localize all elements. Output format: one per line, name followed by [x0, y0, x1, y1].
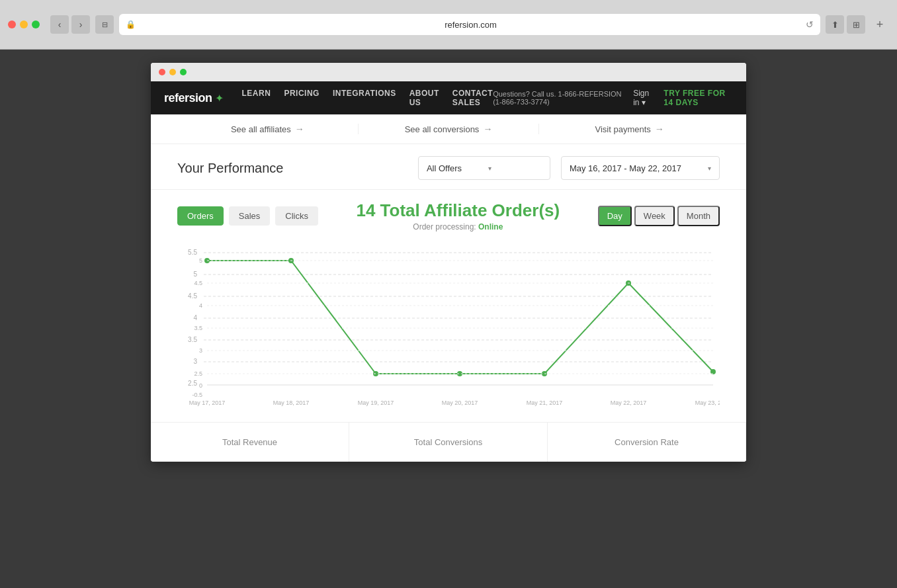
bottom-stats: Total Revenue Total Conversions Conversi…	[151, 422, 746, 462]
nav-about-us[interactable]: ABOUT US	[409, 89, 439, 107]
x-label-7: May 23, 2017	[695, 399, 720, 406]
svg-text:-0.5: -0.5	[192, 392, 202, 398]
see-all-affiliates-link[interactable]: See all affiliates →	[177, 124, 359, 134]
address-bar[interactable]: 🔒 refersion.com ↺	[119, 14, 820, 35]
time-tabs: Day Week Month	[598, 206, 720, 226]
svg-text:5: 5	[199, 257, 202, 264]
performance-chart: 5.5 5 4.5 4 3.5 3 2.5	[177, 239, 720, 411]
signin-link[interactable]: Sign in ▾	[633, 89, 654, 107]
total-conversions-stat: Total Conversions	[349, 423, 548, 462]
payments-arrow-icon: →	[655, 124, 664, 134]
offers-dropdown-caret: ▾	[488, 165, 491, 172]
y-label-25: 2.5	[188, 380, 197, 387]
phone-text: Questions? Call us. 1-866-REFERSION (1-8…	[493, 90, 624, 106]
see-all-affiliates-label: See all affiliates	[231, 124, 291, 134]
x-label-3: May 19, 2017	[358, 399, 394, 406]
visit-payments-link[interactable]: Visit payments →	[539, 124, 720, 134]
close-button[interactable]	[8, 21, 16, 28]
chart-subtitle: Order processing: Online	[318, 222, 598, 231]
try-free-link[interactable]: TRY FREE FOR 14 DAYS	[663, 89, 733, 107]
y-label-4: 4	[193, 314, 197, 321]
conversion-rate-label: Conversion Rate	[615, 437, 679, 447]
logo-text: refersion	[164, 91, 212, 105]
refresh-icon[interactable]: ↺	[806, 19, 814, 30]
offers-dropdown-label: All Offers	[427, 163, 462, 173]
dashboard: See all affiliates → See all conversions…	[151, 114, 746, 462]
total-revenue-stat: Total Revenue	[151, 423, 349, 462]
nav-pricing[interactable]: PRICING	[284, 89, 320, 107]
add-tab-button[interactable]: ⊞	[847, 15, 865, 34]
x-label-5: May 21, 2017	[527, 399, 563, 406]
offers-dropdown[interactable]: All Offers ▾	[418, 156, 550, 180]
y-label-3: 3	[193, 358, 197, 365]
svg-text:0: 0	[199, 382, 202, 389]
frame-close	[159, 69, 165, 75]
nav-contact-sales[interactable]: CONTACT SALES	[452, 89, 493, 107]
conversions-arrow-icon: →	[483, 124, 492, 134]
website-frame: refersion ✦ LEARN PRICING INTEGRATIONS A…	[151, 63, 746, 462]
chart-tabs: Orders Sales Clicks	[177, 206, 318, 226]
sidebar-toggle-button[interactable]: ⊟	[95, 15, 114, 34]
orders-tab[interactable]: Orders	[177, 206, 224, 226]
chart-controls: Orders Sales Clicks 14 Total Affiliate O…	[177, 200, 720, 231]
lock-icon: 🔒	[126, 20, 136, 29]
y-label-5: 5	[193, 271, 197, 278]
logo-star: ✦	[215, 92, 224, 105]
chart-subtitle-prefix: Order processing:	[413, 222, 478, 231]
refersion-navbar: refersion ✦ LEARN PRICING INTEGRATIONS A…	[151, 81, 746, 114]
x-label-4: May 20, 2017	[442, 399, 478, 406]
main-area: refersion ✦ LEARN PRICING INTEGRATIONS A…	[0, 50, 897, 588]
performance-title: Your Performance	[177, 161, 407, 176]
affiliates-arrow-icon: →	[295, 124, 304, 134]
sales-tab[interactable]: Sales	[229, 206, 271, 226]
y-label-45: 4.5	[188, 292, 197, 300]
svg-text:3.5: 3.5	[194, 325, 202, 331]
quick-links: See all affiliates → See all conversions…	[151, 114, 746, 144]
y-label-55: 5.5	[188, 249, 197, 256]
week-tab[interactable]: Week	[634, 206, 675, 226]
visit-payments-label: Visit payments	[595, 124, 651, 134]
chart-section: Orders Sales Clicks 14 Total Affiliate O…	[151, 190, 746, 422]
nav-learn[interactable]: LEARN	[242, 89, 271, 107]
new-tab-button[interactable]: +	[871, 15, 889, 34]
chart-title-area: 14 Total Affiliate Order(s) Order proces…	[318, 200, 598, 231]
clicks-tab[interactable]: Clicks	[275, 206, 318, 226]
svg-text:2.5: 2.5	[194, 370, 202, 377]
traffic-lights	[8, 21, 40, 28]
date-range-label: May 16, 2017 - May 22, 2017	[570, 163, 681, 173]
x-label-2: May 18, 2017	[273, 399, 310, 406]
browser-chrome: ‹ › ⊟ 🔒 refersion.com ↺ ⬆ ⊞ +	[0, 0, 897, 50]
svg-text:3: 3	[199, 347, 202, 354]
frame-chrome	[151, 63, 746, 81]
refersion-logo[interactable]: refersion ✦	[164, 91, 224, 105]
performance-header: Your Performance All Offers ▾ May 16, 20…	[151, 144, 746, 190]
x-label-1: May 17, 2017	[189, 399, 226, 406]
browser-actions: ⬆ ⊞	[826, 15, 865, 34]
chart-line	[207, 261, 713, 374]
nav-links: LEARN PRICING INTEGRATIONS ABOUT US CONT…	[242, 89, 493, 107]
see-all-conversions-label: See all conversions	[405, 124, 480, 134]
minimize-button[interactable]	[20, 21, 28, 28]
chart-main-title: 14 Total Affiliate Order(s)	[318, 200, 598, 221]
conversion-rate-stat: Conversion Rate	[548, 423, 746, 462]
total-revenue-label: Total Revenue	[222, 437, 277, 447]
maximize-button[interactable]	[32, 21, 40, 28]
chart-area: 5.5 5 4.5 4 3.5 3 2.5	[177, 239, 720, 411]
chart-subtitle-status: Online	[478, 222, 503, 231]
frame-maximize	[180, 69, 187, 75]
total-conversions-label: Total Conversions	[414, 437, 482, 447]
back-button[interactable]: ‹	[50, 15, 69, 34]
svg-text:4.5: 4.5	[194, 280, 202, 286]
month-tab[interactable]: Month	[677, 206, 720, 226]
day-tab[interactable]: Day	[598, 206, 632, 226]
date-range-dropdown[interactable]: May 16, 2017 - May 22, 2017 ▾	[561, 156, 720, 180]
frame-minimize	[169, 69, 176, 75]
svg-text:4: 4	[199, 302, 202, 309]
forward-button[interactable]: ›	[71, 15, 90, 34]
nav-arrows: ‹ ›	[50, 15, 90, 34]
nav-integrations[interactable]: INTEGRATIONS	[333, 89, 396, 107]
nav-right: Questions? Call us. 1-866-REFERSION (1-8…	[493, 89, 733, 107]
see-all-conversions-link[interactable]: See all conversions →	[359, 124, 540, 134]
share-button[interactable]: ⬆	[826, 15, 844, 34]
y-label-35: 3.5	[188, 336, 197, 343]
